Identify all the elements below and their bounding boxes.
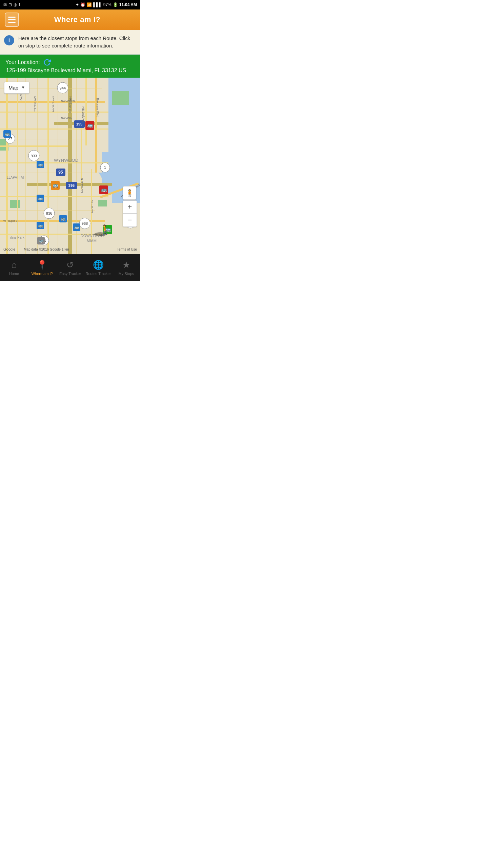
battery-icon: 🔋: [113, 2, 118, 7]
svg-text:NW 17th Ave: NW 17th Ave: [52, 96, 55, 112]
facebook-icon: f: [19, 2, 20, 7]
svg-text:W Flagler St: W Flagler St: [3, 219, 19, 222]
zoom-out-button[interactable]: −: [123, 214, 137, 226]
street-view-button[interactable]: 🧍: [123, 186, 136, 200]
info-icon: i: [4, 35, 14, 45]
svg-rect-28: [0, 173, 95, 173]
svg-text:95: 95: [58, 170, 63, 175]
svg-text:NW 10th Ave: NW 10th Ave: [33, 96, 36, 112]
zoom-controls: + −: [123, 200, 137, 227]
map-type-dropdown[interactable]: Map ▼: [4, 82, 29, 94]
svg-text:🚶: 🚶: [99, 224, 111, 235]
svg-text:🚌: 🚌: [38, 196, 43, 201]
info-banner-text: Here are the closest stops from each Rou…: [18, 35, 136, 50]
refresh-icon[interactable]: [43, 59, 51, 66]
nav-easy-tracker[interactable]: ↺ Easy Tracker: [56, 254, 84, 281]
location-address: 125-199 Biscayne Boulevard Miami, FL 331…: [5, 67, 135, 74]
svg-rect-7: [98, 200, 107, 206]
svg-text:I-95 Express: I-95 Express: [69, 96, 72, 114]
menu-button[interactable]: [5, 13, 19, 27]
svg-text:N Miami Ave: N Miami Ave: [81, 178, 84, 193]
location-label: Your Location:: [5, 59, 135, 66]
svg-text:944: 944: [60, 86, 66, 90]
svg-text:NW 46th: NW 46th: [61, 117, 72, 120]
svg-text:🚌: 🚌: [101, 187, 107, 193]
svg-text:MIAMI: MIAMI: [87, 239, 98, 243]
status-bar: ✉ ⊡ ◎ f ✦ ⏰ 📶 ▌▌▌ 97% 🔋 11:04 AM: [0, 0, 140, 9]
svg-rect-15: [95, 78, 97, 173]
svg-text:836: 836: [46, 211, 52, 215]
nav-my-stops[interactable]: ★ My Stops: [112, 254, 140, 281]
svg-text:LLAPATTAH: LLAPATTAH: [7, 176, 25, 179]
browser-icon: ◎: [14, 2, 17, 7]
signal-icon: ▌▌▌: [93, 2, 102, 7]
street-view-icon: 🧍: [125, 189, 134, 197]
map-controls: 🧍 + −: [123, 186, 137, 227]
svg-text:rlins Park: rlins Park: [10, 236, 25, 239]
nav-home[interactable]: ⌂ Home: [0, 254, 28, 281]
terms-of-use-link[interactable]: Terms of Use: [117, 248, 137, 251]
svg-rect-18: [47, 78, 49, 254]
alarm-icon: ⏰: [80, 2, 85, 7]
map-data-text: Map data ©2016 Google 1 km: [24, 248, 69, 251]
svg-text:NW 46th St: NW 46th St: [61, 100, 75, 103]
my-stops-icon: ★: [122, 260, 130, 270]
svg-text:🚌: 🚌: [87, 122, 93, 128]
svg-text:🚌: 🚌: [61, 216, 66, 221]
location-pin-icon: 📍: [37, 260, 47, 270]
home-icon: ⌂: [12, 260, 17, 270]
svg-text:933: 933: [31, 154, 37, 158]
nav-routes-tracker[interactable]: 🌐 Routes Tracker: [84, 254, 112, 281]
svg-text:968: 968: [82, 221, 88, 225]
info-banner: i Here are the closest stops from each R…: [0, 30, 140, 55]
svg-text:🚌: 🚌: [53, 182, 59, 188]
map-type-label: Map: [8, 85, 18, 91]
svg-rect-24: [0, 196, 108, 197]
map-view: 944 27 933 95 195 395 1 836 968 41 8 NW …: [0, 78, 140, 254]
map-container[interactable]: Map ▼: [0, 78, 140, 254]
gallery-icon: ⊡: [8, 2, 12, 7]
nav-where-am-i-label: Where am I?: [32, 272, 53, 276]
menu-line-2: [8, 19, 16, 20]
location-bar: Your Location: 125-199 Biscayne Boulevar…: [0, 55, 140, 78]
nav-my-stops-label: My Stops: [119, 272, 134, 276]
chevron-down-icon: ▼: [21, 85, 25, 90]
svg-rect-6: [10, 200, 20, 208]
svg-text:1: 1: [104, 165, 106, 170]
battery-level: 97%: [103, 2, 111, 7]
svg-text:🚌: 🚌: [38, 162, 43, 167]
status-right-info: ✦ ⏰ 📶 ▌▌▌ 97% 🔋 11:04 AM: [76, 2, 137, 7]
easy-tracker-icon: ↺: [66, 260, 74, 270]
bluetooth-icon: ✦: [76, 2, 79, 7]
svg-text:🚌: 🚌: [38, 223, 43, 228]
bottom-navigation: ⌂ Home 📍 Where am I? ↺ Easy Tracker 🌐 Ro…: [0, 254, 140, 281]
svg-rect-13: [6, 78, 8, 254]
google-watermark: Google: [3, 247, 15, 251]
svg-text:🚌: 🚌: [74, 224, 79, 230]
menu-line-3: [8, 22, 16, 23]
gmail-icon: ✉: [3, 2, 7, 7]
nav-where-am-i[interactable]: 📍 Where am I?: [28, 254, 56, 281]
svg-rect-30: [25, 78, 26, 254]
svg-rect-32: [58, 78, 58, 254]
nav-routes-tracker-label: Routes Tracker: [85, 272, 111, 276]
svg-text:395: 395: [68, 183, 75, 188]
status-left-icons: ✉ ⊡ ◎ f: [3, 2, 20, 7]
zoom-in-button[interactable]: +: [123, 201, 137, 214]
svg-text:🚌: 🚌: [5, 131, 10, 136]
routes-tracker-icon: 🌐: [93, 260, 104, 270]
menu-line-1: [8, 17, 16, 18]
svg-rect-4: [112, 91, 129, 105]
svg-text:🚌: 🚌: [39, 238, 44, 243]
svg-text:Biscayne Blvd: Biscayne Blvd: [96, 98, 99, 117]
svg-text:NE 2nd Ave: NE 2nd Ave: [82, 106, 85, 122]
svg-text:NE 1st Ave: NE 1st Ave: [91, 200, 94, 213]
svg-text:195: 195: [76, 122, 82, 126]
svg-rect-19: [17, 78, 18, 254]
time-display: 11:04 AM: [119, 2, 137, 7]
page-title: Where am I?: [19, 15, 136, 24]
svg-text:WYNWOOD: WYNWOOD: [54, 158, 78, 163]
nav-home-label: Home: [9, 272, 19, 276]
app-header: Where am I?: [0, 9, 140, 30]
nav-easy-tracker-label: Easy Tracker: [59, 272, 81, 276]
